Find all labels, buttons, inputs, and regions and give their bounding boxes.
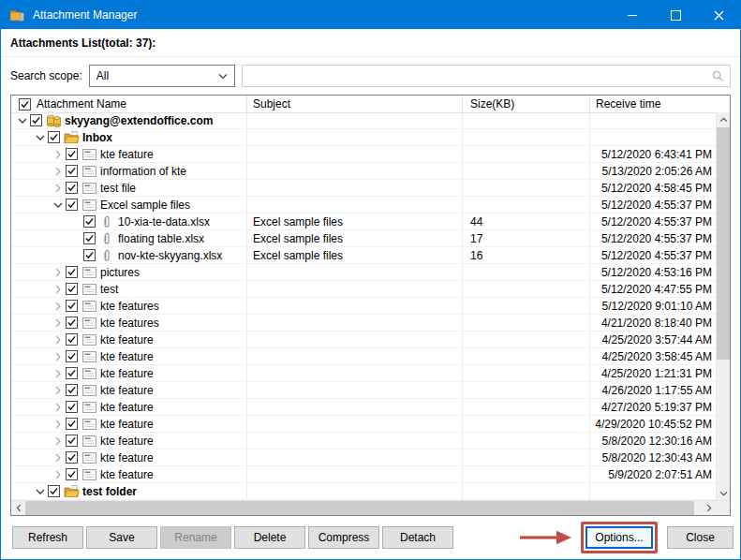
- row-receive-time: [590, 129, 716, 145]
- row-checkbox[interactable]: [66, 401, 78, 413]
- column-header-receive-time[interactable]: Receive time: [590, 96, 730, 112]
- chevron-right-icon[interactable]: [52, 148, 64, 160]
- chevron-right-icon[interactable]: [52, 401, 64, 413]
- close-window-button[interactable]: [697, 1, 740, 29]
- row-checkbox[interactable]: [66, 300, 78, 312]
- refresh-button[interactable]: Refresh: [12, 526, 83, 549]
- table-row[interactable]: kte feature5/9/2020 2:07:51 AM: [11, 466, 716, 483]
- table-row[interactable]: Excel sample files5/12/2020 4:55:37 PM: [11, 197, 716, 214]
- row-checkbox[interactable]: [83, 215, 96, 228]
- chevron-down-icon[interactable]: [34, 485, 46, 497]
- row-checkbox[interactable]: [66, 266, 78, 278]
- row-checkbox[interactable]: [30, 114, 42, 126]
- scroll-right-icon[interactable]: [702, 501, 716, 515]
- row-checkbox[interactable]: [66, 468, 78, 480]
- chevron-right-icon[interactable]: [52, 283, 64, 295]
- table-row[interactable]: kte feature4/25/2020 3:57:44 AM: [11, 332, 716, 348]
- detach-button[interactable]: Detach: [382, 526, 453, 549]
- table-row[interactable]: kte feature4/29/2020 10:45:52 PM: [11, 416, 716, 433]
- chevron-right-icon[interactable]: [52, 300, 64, 312]
- chevron-right-icon[interactable]: [52, 266, 64, 278]
- table-row[interactable]: information of kte5/13/2020 2:05:26 AM: [11, 163, 716, 180]
- search-input[interactable]: [243, 66, 730, 86]
- search-scope-dropdown[interactable]: All: [89, 65, 235, 87]
- table-row[interactable]: kte features5/12/2020 9:01:10 AM: [11, 298, 716, 315]
- table-row[interactable]: kte feature4/26/2020 1:17:55 AM: [11, 382, 716, 399]
- horizontal-scroll-thumb[interactable]: [25, 501, 694, 515]
- row-checkbox[interactable]: [66, 182, 78, 194]
- row-checkbox[interactable]: [66, 367, 78, 379]
- table-row[interactable]: skyyang@extendoffice.com: [11, 112, 716, 129]
- table-row[interactable]: nov-kte-skyyang.xlsxExcel sample files16…: [11, 247, 716, 264]
- row-checkbox[interactable]: [66, 165, 78, 177]
- chevron-right-icon[interactable]: [52, 317, 64, 329]
- scroll-left-icon[interactable]: [11, 501, 25, 515]
- scroll-up-icon[interactable]: [717, 112, 730, 126]
- column-header-attachment-name[interactable]: Attachment Name: [11, 96, 247, 112]
- chevron-right-icon[interactable]: [52, 384, 64, 396]
- row-checkbox[interactable]: [83, 249, 96, 261]
- table-row[interactable]: 10-xia-te-data.xlsxExcel sample files445…: [11, 214, 716, 230]
- vertical-scrollbar[interactable]: [716, 112, 730, 500]
- delete-button[interactable]: Delete: [234, 526, 305, 549]
- compress-button[interactable]: Compress: [308, 526, 379, 549]
- row-size: [463, 264, 590, 280]
- select-all-checkbox[interactable]: [19, 98, 31, 111]
- table-row[interactable]: kte feature5/8/2020 12:30:43 AM: [11, 449, 716, 466]
- row-receive-time: 5/12/2020 4:47:55 PM: [590, 281, 716, 297]
- column-header-subject[interactable]: Subject: [247, 96, 463, 112]
- table-row[interactable]: test5/12/2020 4:47:55 PM: [11, 281, 716, 298]
- chevron-right-icon[interactable]: [52, 182, 64, 194]
- row-size: [463, 348, 590, 364]
- horizontal-scrollbar[interactable]: [11, 500, 730, 515]
- table-row[interactable]: Inbox: [11, 129, 716, 146]
- table-row[interactable]: test folder: [11, 483, 716, 500]
- row-checkbox[interactable]: [66, 199, 78, 211]
- table-row[interactable]: test file5/12/2020 4:58:45 PM: [11, 180, 716, 197]
- row-checkbox[interactable]: [66, 451, 78, 464]
- close-button[interactable]: Close: [667, 526, 734, 549]
- titlebar[interactable]: Attachment Manager: [1, 1, 740, 29]
- row-checkbox[interactable]: [66, 435, 78, 447]
- save-button[interactable]: Save: [86, 526, 157, 549]
- chevron-down-icon[interactable]: [16, 114, 28, 126]
- column-header-size[interactable]: Size(KB): [463, 96, 590, 112]
- row-checkbox[interactable]: [83, 232, 96, 244]
- chevron-down-icon[interactable]: [34, 131, 46, 143]
- row-checkbox[interactable]: [66, 384, 78, 396]
- row-size: [463, 332, 590, 347]
- scroll-down-icon[interactable]: [717, 486, 730, 500]
- chevron-right-icon[interactable]: [52, 350, 64, 362]
- chevron-right-icon[interactable]: [52, 451, 64, 464]
- chevron-right-icon[interactable]: [52, 333, 64, 346]
- minimize-button[interactable]: [611, 1, 654, 29]
- row-checkbox[interactable]: [66, 333, 78, 346]
- table-row[interactable]: kte feature5/8/2020 12:30:16 AM: [11, 433, 716, 449]
- row-checkbox[interactable]: [48, 131, 60, 143]
- maximize-button[interactable]: [654, 1, 697, 29]
- chevron-right-icon[interactable]: [52, 468, 64, 480]
- chevron-right-icon[interactable]: [52, 367, 64, 379]
- chevron-right-icon[interactable]: [52, 418, 64, 430]
- options-button[interactable]: Options...: [585, 526, 653, 549]
- table-row[interactable]: floating table.xlsxExcel sample files175…: [11, 230, 716, 247]
- table-row[interactable]: kte feature4/25/2020 1:21:31 PM: [11, 365, 716, 382]
- row-checkbox[interactable]: [66, 418, 78, 430]
- row-label: test folder: [82, 485, 137, 498]
- chevron-right-icon[interactable]: [52, 435, 64, 447]
- vertical-scroll-thumb[interactable]: [717, 127, 730, 360]
- row-checkbox[interactable]: [66, 283, 78, 295]
- row-checkbox[interactable]: [66, 350, 78, 362]
- table-row[interactable]: kte feature5/12/2020 6:43:41 PM: [11, 146, 716, 163]
- table-row[interactable]: kte feature4/25/2020 3:58:45 AM: [11, 348, 716, 365]
- chevron-down-icon[interactable]: [52, 199, 64, 211]
- table-row[interactable]: pictures5/12/2020 4:53:16 PM: [11, 264, 716, 281]
- table-row[interactable]: kte feature4/27/2020 5:19:37 PM: [11, 399, 716, 416]
- row-checkbox[interactable]: [66, 317, 78, 329]
- chevron-right-icon[interactable]: [52, 165, 64, 177]
- search-icon[interactable]: [712, 70, 724, 82]
- row-size: [463, 129, 590, 145]
- table-row[interactable]: kte features4/21/2020 8:18:40 PM: [11, 315, 716, 332]
- row-checkbox[interactable]: [48, 485, 60, 497]
- row-checkbox[interactable]: [66, 148, 78, 160]
